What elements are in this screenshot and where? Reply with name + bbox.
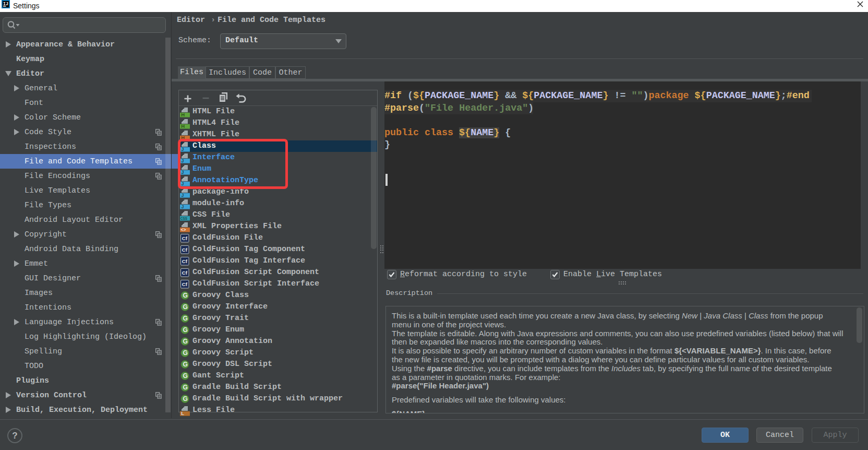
svg-text:Cf: Cf xyxy=(182,281,188,287)
svg-text:J: J xyxy=(181,204,184,209)
svg-text:G: G xyxy=(183,372,187,380)
svg-text:H: H xyxy=(181,112,185,117)
svg-text:G: G xyxy=(183,384,187,391)
svg-text:G: G xyxy=(183,315,187,322)
svg-text:L: L xyxy=(181,410,184,416)
svg-text:G: G xyxy=(183,292,187,299)
svg-text:G: G xyxy=(183,395,187,402)
svg-text:Cf: Cf xyxy=(182,235,188,241)
svg-text:G: G xyxy=(183,326,187,334)
svg-text:<>: <> xyxy=(181,227,186,232)
svg-text:G: G xyxy=(183,361,187,368)
svg-text:Cf: Cf xyxy=(182,247,188,253)
svg-text:H: H xyxy=(181,123,185,129)
svg-text:CSS: CSS xyxy=(180,217,188,220)
svg-text:G: G xyxy=(183,303,187,311)
svg-text:Cf: Cf xyxy=(182,258,188,264)
svg-text:J: J xyxy=(181,192,184,198)
svg-text:IJ: IJ xyxy=(3,2,8,6)
svg-text:Cf: Cf xyxy=(182,270,188,276)
svg-text:G: G xyxy=(183,338,187,345)
svg-text:G: G xyxy=(183,349,187,357)
